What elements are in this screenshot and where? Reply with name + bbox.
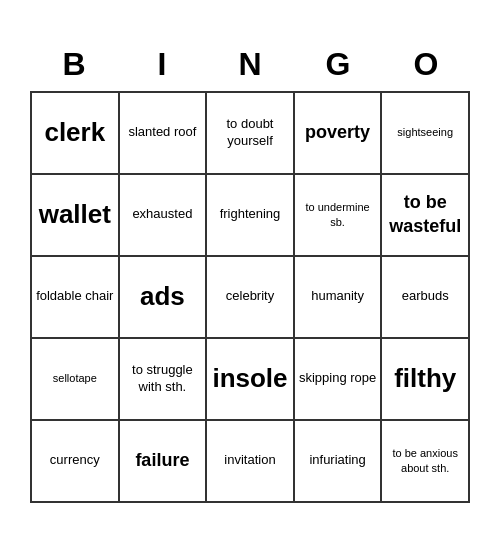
- header-letter: B: [30, 42, 118, 87]
- bingo-cell: exhausted: [120, 175, 208, 257]
- bingo-cell: slanted roof: [120, 93, 208, 175]
- bingo-cell: to undermine sb.: [295, 175, 383, 257]
- bingo-cell: sellotape: [32, 339, 120, 421]
- header-letter: G: [294, 42, 382, 87]
- header-letter: O: [382, 42, 470, 87]
- bingo-cell: earbuds: [382, 257, 470, 339]
- bingo-cell: celebrity: [207, 257, 295, 339]
- header-letter: I: [118, 42, 206, 87]
- bingo-card: BINGO clerkslanted roofto doubt yourself…: [20, 32, 480, 513]
- bingo-cell: to be wasteful: [382, 175, 470, 257]
- bingo-cell: to doubt yourself: [207, 93, 295, 175]
- bingo-cell: failure: [120, 421, 208, 503]
- bingo-cell: humanity: [295, 257, 383, 339]
- bingo-cell: filthy: [382, 339, 470, 421]
- bingo-cell: foldable chair: [32, 257, 120, 339]
- bingo-cell: to be anxious about sth.: [382, 421, 470, 503]
- bingo-cell: clerk: [32, 93, 120, 175]
- bingo-cell: wallet: [32, 175, 120, 257]
- bingo-cell: poverty: [295, 93, 383, 175]
- bingo-grid: clerkslanted roofto doubt yourselfpovert…: [30, 91, 470, 503]
- header-letter: N: [206, 42, 294, 87]
- bingo-cell: insole: [207, 339, 295, 421]
- bingo-cell: currency: [32, 421, 120, 503]
- bingo-cell: sightseeing: [382, 93, 470, 175]
- bingo-cell: frightening: [207, 175, 295, 257]
- bingo-cell: invitation: [207, 421, 295, 503]
- bingo-cell: to struggle with sth.: [120, 339, 208, 421]
- bingo-header: BINGO: [30, 42, 470, 87]
- bingo-cell: infuriating: [295, 421, 383, 503]
- bingo-cell: ads: [120, 257, 208, 339]
- bingo-cell: skipping rope: [295, 339, 383, 421]
